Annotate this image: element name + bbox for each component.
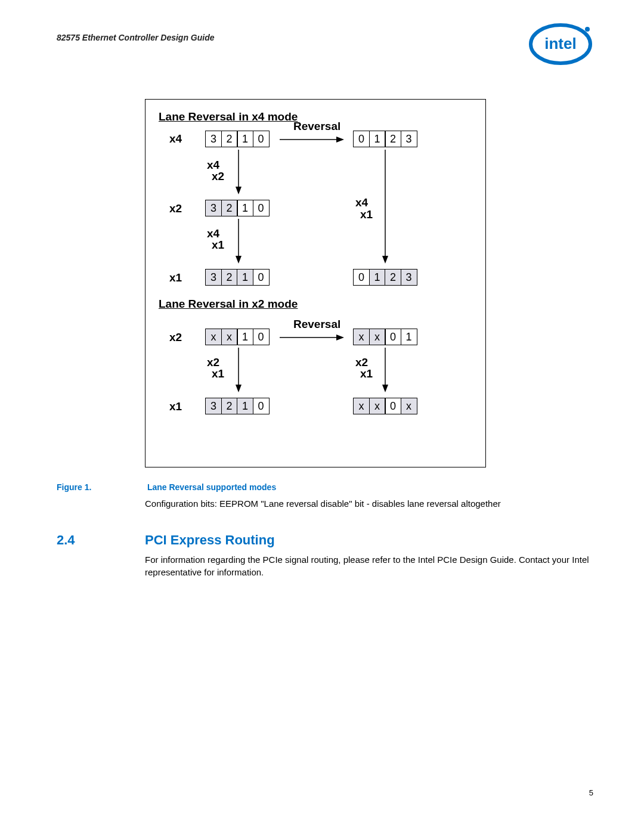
downgrade-label: x1	[360, 367, 373, 380]
lanes-x4-left: 3 2 1 0	[205, 131, 270, 147]
arrow-right-icon	[280, 135, 345, 144]
doc-header-title: 82575 Ethernet Controller Design Guide	[57, 33, 593, 42]
downgrade-label: x1	[212, 239, 224, 252]
lane-cell: 3	[205, 131, 222, 147]
svg-marker-14	[236, 385, 242, 392]
arrow-down-icon	[234, 150, 243, 195]
lane-cell: 0	[253, 200, 270, 216]
arrow-down-icon	[234, 348, 243, 393]
downgrade-label: x4	[355, 196, 368, 209]
svg-text:intel: intel	[544, 35, 576, 52]
lane-cell: 0	[253, 131, 270, 147]
arrow-down-icon	[381, 348, 389, 393]
lanes-mode-x2-left: x x 1 0	[205, 329, 270, 345]
lane-cell: x	[369, 398, 386, 414]
lane-cell: 2	[221, 269, 238, 286]
lane-cell: 0	[253, 398, 270, 414]
lanes-x1-right: 0 1 2 3	[353, 269, 417, 286]
lane-cell: 2	[221, 398, 238, 414]
intel-logo: intel	[528, 21, 593, 66]
lane-cell: x	[369, 329, 386, 345]
section-x4-title: Lane Reversal in x4 mode	[159, 110, 298, 123]
lane-cell: 3	[205, 398, 222, 414]
lane-cell: x	[353, 329, 370, 345]
lanes-x1-left: 3 2 1 0	[205, 269, 270, 286]
lane-cell: 3	[401, 269, 417, 286]
figure-caption-text: Lane Reversal supported modes	[147, 482, 276, 492]
lane-cell: 3	[401, 131, 417, 147]
svg-marker-16	[382, 385, 388, 392]
downgrade-label: x1	[212, 367, 224, 380]
reversal-label: Reversal	[293, 318, 340, 331]
lane-cell: 1	[401, 329, 417, 345]
section-heading: 2.4PCI Express Routing	[57, 532, 593, 548]
lane-cell: 0	[253, 329, 270, 345]
section-x2-title: Lane Reversal in x2 mode	[159, 298, 298, 311]
lane-cell: 1	[369, 269, 386, 286]
label-x4: x4	[169, 132, 182, 145]
lane-cell: 3	[205, 200, 222, 216]
lane-cell: 0	[385, 398, 401, 414]
svg-point-1	[585, 27, 590, 32]
label-x1: x1	[169, 271, 182, 284]
lane-cell: x	[205, 329, 222, 345]
downgrade-label: x2	[212, 170, 224, 183]
lane-cell: x	[353, 398, 370, 414]
lane-cell: 2	[385, 131, 401, 147]
label-x2-mode: x2	[169, 331, 182, 344]
lane-cell: 0	[353, 131, 370, 147]
figure-caption: Figure 1. Lane Reversal supported modes	[57, 482, 593, 492]
section-number: 2.4	[57, 532, 145, 548]
lane-cell: 3	[205, 269, 222, 286]
arrow-down-icon	[234, 219, 243, 264]
lane-cell: x	[221, 329, 238, 345]
svg-marker-12	[336, 335, 344, 340]
section-title: PCI Express Routing	[145, 532, 275, 547]
lane-cell: 2	[385, 269, 401, 286]
lane-reversal-figure: Lane Reversal in x4 mode x4 3 2 1 0 Reve…	[145, 99, 486, 467]
lane-cell: 0	[353, 269, 370, 286]
lane-cell: 1	[237, 131, 253, 147]
lane-cell: x	[401, 398, 417, 414]
downgrade-label: x1	[360, 208, 373, 221]
svg-marker-4	[336, 137, 344, 143]
lane-cell: 1	[237, 329, 253, 345]
lane-cell: 1	[237, 269, 253, 286]
lane-cell: 1	[237, 200, 253, 216]
lanes-mode-x1-right: x x 0 x	[353, 398, 417, 414]
svg-marker-8	[382, 256, 388, 264]
section-body: For information regarding the PCIe signa…	[145, 554, 592, 578]
lane-cell: 1	[237, 398, 253, 414]
lane-cell: 0	[253, 269, 270, 286]
lane-cell: 0	[385, 329, 401, 345]
arrow-right-icon	[280, 333, 345, 342]
lane-cell: 2	[221, 131, 238, 147]
lanes-mode-x1-left: 3 2 1 0	[205, 398, 270, 414]
page-number: 5	[589, 788, 593, 797]
figure-caption-label: Figure 1.	[57, 482, 145, 492]
lane-cell: 2	[221, 200, 238, 216]
svg-marker-10	[236, 256, 242, 264]
svg-marker-6	[236, 187, 242, 194]
lanes-x2-left: 3 2 1 0	[205, 200, 270, 216]
label-x2: x2	[169, 202, 182, 215]
lanes-x4-right: 0 1 2 3	[353, 131, 417, 147]
label-x1-mode: x1	[169, 400, 182, 413]
lanes-mode-x2-right: x x 0 1	[353, 329, 417, 345]
arrow-down-icon	[381, 150, 389, 264]
reversal-label: Reversal	[293, 120, 340, 133]
config-bits-text: Configuration bits: EEPROM "Lane reversa…	[145, 498, 592, 510]
lane-cell: 1	[369, 131, 386, 147]
